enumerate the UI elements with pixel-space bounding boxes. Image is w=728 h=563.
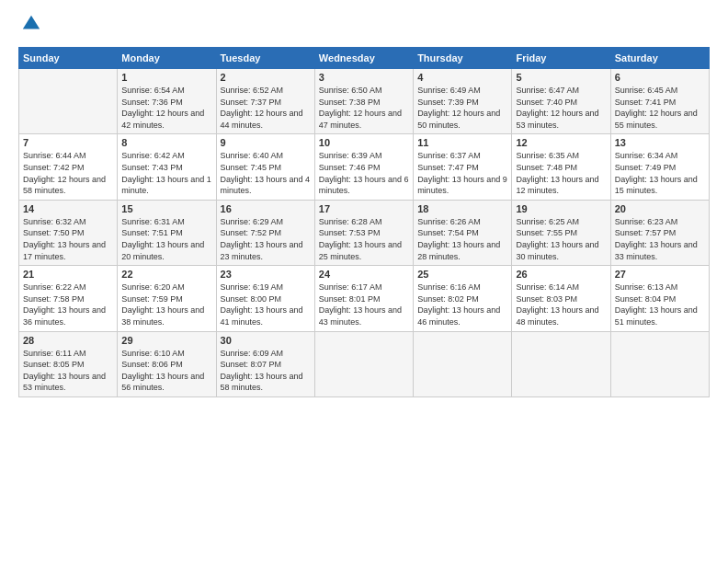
calendar-header: SundayMondayTuesdayWednesdayThursdayFrid… xyxy=(19,48,710,69)
day-number: 3 xyxy=(319,72,409,83)
calendar-cell: 14Sunrise: 6:32 AMSunset: 7:50 PMDayligh… xyxy=(19,200,118,265)
calendar-cell: 1Sunrise: 6:54 AMSunset: 7:36 PMDaylight… xyxy=(118,69,216,134)
day-info: Sunrise: 6:11 AMSunset: 8:05 PMDaylight:… xyxy=(23,348,113,394)
weekday-header-tuesday: Tuesday xyxy=(216,48,314,69)
day-number: 13 xyxy=(615,137,705,148)
calendar-week-4: 21Sunrise: 6:22 AMSunset: 7:58 PMDayligh… xyxy=(19,266,710,331)
weekday-row: SundayMondayTuesdayWednesdayThursdayFrid… xyxy=(19,48,710,69)
day-number: 9 xyxy=(221,137,311,148)
day-number: 18 xyxy=(417,203,507,214)
day-info: Sunrise: 6:45 AMSunset: 7:41 PMDaylight:… xyxy=(615,85,705,131)
calendar-cell: 9Sunrise: 6:40 AMSunset: 7:45 PMDaylight… xyxy=(216,134,314,200)
weekday-header-friday: Friday xyxy=(512,48,610,69)
calendar-cell: 26Sunrise: 6:14 AMSunset: 8:03 PMDayligh… xyxy=(512,266,610,331)
day-number: 15 xyxy=(121,203,211,214)
calendar-cell: 20Sunrise: 6:23 AMSunset: 7:57 PMDayligh… xyxy=(610,200,709,265)
day-info: Sunrise: 6:39 AMSunset: 7:46 PMDaylight:… xyxy=(319,150,409,196)
day-number: 25 xyxy=(417,269,507,280)
calendar-cell xyxy=(414,331,512,396)
day-number: 2 xyxy=(221,72,311,83)
calendar-cell: 17Sunrise: 6:28 AMSunset: 7:53 PMDayligh… xyxy=(314,200,413,265)
day-info: Sunrise: 6:50 AMSunset: 7:38 PMDaylight:… xyxy=(319,85,409,131)
day-number: 4 xyxy=(417,72,507,83)
calendar-week-2: 7Sunrise: 6:44 AMSunset: 7:42 PMDaylight… xyxy=(19,134,710,200)
day-info: Sunrise: 6:31 AMSunset: 7:51 PMDaylight:… xyxy=(121,216,211,262)
calendar-cell: 8Sunrise: 6:42 AMSunset: 7:43 PMDaylight… xyxy=(118,134,216,200)
calendar-cell: 19Sunrise: 6:25 AMSunset: 7:55 PMDayligh… xyxy=(512,200,610,265)
calendar-cell: 10Sunrise: 6:39 AMSunset: 7:46 PMDayligh… xyxy=(314,134,413,200)
day-number: 14 xyxy=(23,203,113,214)
calendar-cell xyxy=(512,331,610,396)
day-number: 16 xyxy=(221,203,311,214)
weekday-header-thursday: Thursday xyxy=(414,48,512,69)
calendar-week-5: 28Sunrise: 6:11 AMSunset: 8:05 PMDayligh… xyxy=(19,331,710,396)
calendar-cell: 6Sunrise: 6:45 AMSunset: 7:41 PMDaylight… xyxy=(610,69,709,134)
day-number: 23 xyxy=(221,269,311,280)
weekday-header-monday: Monday xyxy=(118,48,216,69)
day-info: Sunrise: 6:40 AMSunset: 7:45 PMDaylight:… xyxy=(221,150,311,196)
day-number: 6 xyxy=(615,72,705,83)
calendar-week-3: 14Sunrise: 6:32 AMSunset: 7:50 PMDayligh… xyxy=(19,200,710,265)
calendar-cell: 28Sunrise: 6:11 AMSunset: 8:05 PMDayligh… xyxy=(19,331,118,396)
header xyxy=(18,14,710,38)
day-info: Sunrise: 6:23 AMSunset: 7:57 PMDaylight:… xyxy=(615,216,705,262)
day-info: Sunrise: 6:35 AMSunset: 7:48 PMDaylight:… xyxy=(516,150,606,196)
day-info: Sunrise: 6:37 AMSunset: 7:47 PMDaylight:… xyxy=(417,150,507,196)
calendar-cell: 22Sunrise: 6:20 AMSunset: 7:59 PMDayligh… xyxy=(118,266,216,331)
day-number: 10 xyxy=(319,137,409,148)
day-info: Sunrise: 6:10 AMSunset: 8:06 PMDaylight:… xyxy=(121,348,211,394)
calendar-cell: 2Sunrise: 6:52 AMSunset: 7:37 PMDaylight… xyxy=(216,69,314,134)
day-number: 28 xyxy=(23,335,113,346)
day-info: Sunrise: 6:49 AMSunset: 7:39 PMDaylight:… xyxy=(417,85,507,131)
calendar-cell: 30Sunrise: 6:09 AMSunset: 8:07 PMDayligh… xyxy=(216,331,314,396)
logo-icon xyxy=(21,14,41,38)
day-info: Sunrise: 6:25 AMSunset: 7:55 PMDaylight:… xyxy=(516,216,606,262)
day-number: 12 xyxy=(516,137,606,148)
calendar-cell: 29Sunrise: 6:10 AMSunset: 8:06 PMDayligh… xyxy=(118,331,216,396)
day-info: Sunrise: 6:44 AMSunset: 7:42 PMDaylight:… xyxy=(23,150,113,196)
day-info: Sunrise: 6:13 AMSunset: 8:04 PMDaylight:… xyxy=(615,282,705,327)
day-info: Sunrise: 6:17 AMSunset: 8:01 PMDaylight:… xyxy=(319,282,409,327)
day-info: Sunrise: 6:22 AMSunset: 7:58 PMDaylight:… xyxy=(23,282,113,327)
day-number: 8 xyxy=(121,137,211,148)
day-info: Sunrise: 6:29 AMSunset: 7:52 PMDaylight:… xyxy=(221,216,311,262)
day-info: Sunrise: 6:42 AMSunset: 7:43 PMDaylight:… xyxy=(121,150,211,196)
weekday-header-saturday: Saturday xyxy=(610,48,709,69)
calendar-cell: 24Sunrise: 6:17 AMSunset: 8:01 PMDayligh… xyxy=(314,266,413,331)
day-number: 24 xyxy=(319,269,409,280)
day-number: 7 xyxy=(23,137,113,148)
calendar-cell: 11Sunrise: 6:37 AMSunset: 7:47 PMDayligh… xyxy=(414,134,512,200)
day-info: Sunrise: 6:09 AMSunset: 8:07 PMDaylight:… xyxy=(221,348,311,394)
day-number: 1 xyxy=(121,72,211,83)
day-info: Sunrise: 6:32 AMSunset: 7:50 PMDaylight:… xyxy=(23,216,113,262)
day-number: 17 xyxy=(319,203,409,214)
day-number: 27 xyxy=(615,269,705,280)
calendar-table: SundayMondayTuesdayWednesdayThursdayFrid… xyxy=(18,47,710,397)
calendar-cell: 23Sunrise: 6:19 AMSunset: 8:00 PMDayligh… xyxy=(216,266,314,331)
day-info: Sunrise: 6:20 AMSunset: 7:59 PMDaylight:… xyxy=(121,282,211,327)
calendar-cell: 25Sunrise: 6:16 AMSunset: 8:02 PMDayligh… xyxy=(414,266,512,331)
weekday-header-sunday: Sunday xyxy=(19,48,118,69)
calendar-cell: 4Sunrise: 6:49 AMSunset: 7:39 PMDaylight… xyxy=(414,69,512,134)
calendar-cell: 21Sunrise: 6:22 AMSunset: 7:58 PMDayligh… xyxy=(19,266,118,331)
day-number: 26 xyxy=(516,269,606,280)
weekday-header-wednesday: Wednesday xyxy=(314,48,413,69)
day-number: 29 xyxy=(121,335,211,346)
calendar-body: 1Sunrise: 6:54 AMSunset: 7:36 PMDaylight… xyxy=(19,69,710,397)
logo xyxy=(18,14,41,38)
calendar-cell: 5Sunrise: 6:47 AMSunset: 7:40 PMDaylight… xyxy=(512,69,610,134)
day-info: Sunrise: 6:19 AMSunset: 8:00 PMDaylight:… xyxy=(221,282,311,327)
day-number: 5 xyxy=(516,72,606,83)
day-number: 22 xyxy=(121,269,211,280)
day-info: Sunrise: 6:47 AMSunset: 7:40 PMDaylight:… xyxy=(516,85,606,131)
day-number: 20 xyxy=(615,203,705,214)
page: SundayMondayTuesdayWednesdayThursdayFrid… xyxy=(0,0,728,563)
day-info: Sunrise: 6:28 AMSunset: 7:53 PMDaylight:… xyxy=(319,216,409,262)
calendar-cell: 27Sunrise: 6:13 AMSunset: 8:04 PMDayligh… xyxy=(610,266,709,331)
calendar-cell xyxy=(19,69,118,134)
calendar-cell xyxy=(314,331,413,396)
calendar-cell: 3Sunrise: 6:50 AMSunset: 7:38 PMDaylight… xyxy=(314,69,413,134)
svg-marker-0 xyxy=(23,16,40,29)
calendar-cell: 12Sunrise: 6:35 AMSunset: 7:48 PMDayligh… xyxy=(512,134,610,200)
calendar-cell: 7Sunrise: 6:44 AMSunset: 7:42 PMDaylight… xyxy=(19,134,118,200)
